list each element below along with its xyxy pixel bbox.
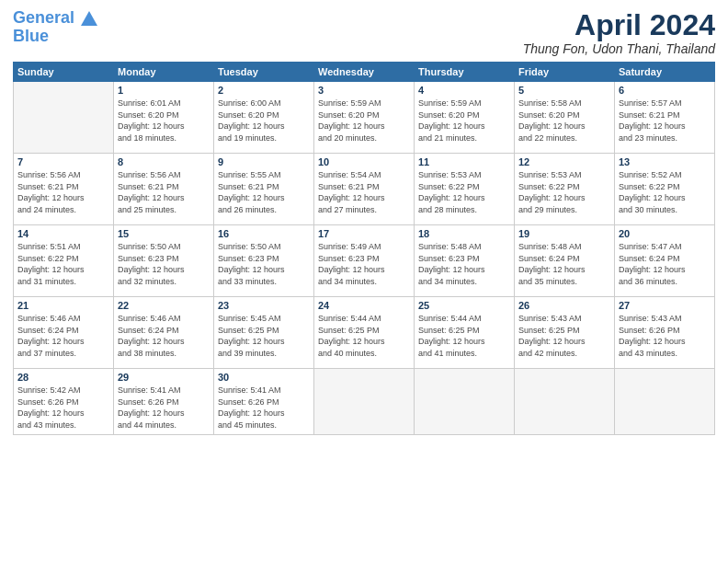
day-info: Sunrise: 5:45 AMSunset: 6:25 PMDaylight:… xyxy=(218,313,310,359)
weekday-header-friday: Friday xyxy=(515,63,615,82)
calendar-cell: 24 Sunrise: 5:44 AMSunset: 6:25 PMDaylig… xyxy=(314,297,415,369)
day-info: Sunrise: 5:50 AMSunset: 6:23 PMDaylight:… xyxy=(218,241,310,287)
day-info: Sunrise: 5:58 AMSunset: 6:20 PMDaylight:… xyxy=(518,98,610,144)
day-number: 16 xyxy=(218,228,310,239)
day-number: 2 xyxy=(218,85,310,96)
svg-marker-0 xyxy=(81,11,97,26)
calendar-cell xyxy=(615,369,715,434)
day-number: 22 xyxy=(118,300,210,311)
weekday-header-tuesday: Tuesday xyxy=(214,63,314,82)
title-block: April 2024 Thung Fon, Udon Thani, Thaila… xyxy=(523,9,715,56)
day-info: Sunrise: 6:00 AMSunset: 6:20 PMDaylight:… xyxy=(218,98,310,144)
day-number: 13 xyxy=(619,156,711,167)
calendar-cell xyxy=(415,369,515,434)
calendar-cell: 14 Sunrise: 5:51 AMSunset: 6:22 PMDaylig… xyxy=(14,225,114,297)
day-number: 19 xyxy=(518,228,610,239)
day-info: Sunrise: 5:56 AMSunset: 6:21 PMDaylight:… xyxy=(118,169,210,215)
calendar-cell: 10 Sunrise: 5:54 AMSunset: 6:21 PMDaylig… xyxy=(314,154,415,225)
month-title: April 2024 xyxy=(523,9,715,41)
weekday-header-sunday: Sunday xyxy=(14,63,114,82)
calendar-cell: 6 Sunrise: 5:57 AMSunset: 6:21 PMDayligh… xyxy=(615,82,715,154)
day-number: 8 xyxy=(118,156,210,167)
day-info: Sunrise: 5:47 AMSunset: 6:24 PMDaylight:… xyxy=(619,241,711,287)
calendar-cell: 29 Sunrise: 5:41 AMSunset: 6:26 PMDaylig… xyxy=(114,369,214,434)
day-info: Sunrise: 5:50 AMSunset: 6:23 PMDaylight:… xyxy=(118,241,210,287)
calendar-cell: 15 Sunrise: 5:50 AMSunset: 6:23 PMDaylig… xyxy=(114,225,214,297)
calendar-cell: 21 Sunrise: 5:46 AMSunset: 6:24 PMDaylig… xyxy=(14,297,114,369)
location-title: Thung Fon, Udon Thani, Thailand xyxy=(523,41,715,56)
calendar-week-row: 21 Sunrise: 5:46 AMSunset: 6:24 PMDaylig… xyxy=(14,297,715,369)
weekday-header-saturday: Saturday xyxy=(615,63,715,82)
main-container: General Blue April 2024 Thung Fon, Udon … xyxy=(0,0,728,444)
day-info: Sunrise: 5:49 AMSunset: 6:23 PMDaylight:… xyxy=(318,241,410,287)
calendar-cell xyxy=(314,369,415,434)
day-number: 5 xyxy=(518,85,610,96)
day-info: Sunrise: 5:41 AMSunset: 6:26 PMDaylight:… xyxy=(118,385,210,431)
calendar-cell: 17 Sunrise: 5:49 AMSunset: 6:23 PMDaylig… xyxy=(314,225,415,297)
day-info: Sunrise: 5:43 AMSunset: 6:25 PMDaylight:… xyxy=(518,313,610,359)
day-number: 29 xyxy=(118,372,210,383)
logo: General Blue xyxy=(13,9,97,44)
day-info: Sunrise: 5:53 AMSunset: 6:22 PMDaylight:… xyxy=(518,169,610,215)
day-number: 1 xyxy=(118,85,210,96)
day-number: 14 xyxy=(17,228,109,239)
day-number: 27 xyxy=(619,300,711,311)
logo-text: General xyxy=(13,9,97,28)
calendar-cell: 25 Sunrise: 5:44 AMSunset: 6:25 PMDaylig… xyxy=(415,297,515,369)
weekday-header-thursday: Thursday xyxy=(415,63,515,82)
day-info: Sunrise: 5:46 AMSunset: 6:24 PMDaylight:… xyxy=(118,313,210,359)
calendar-week-row: 14 Sunrise: 5:51 AMSunset: 6:22 PMDaylig… xyxy=(14,225,715,297)
day-info: Sunrise: 5:59 AMSunset: 6:20 PMDaylight:… xyxy=(418,98,510,144)
weekday-header-wednesday: Wednesday xyxy=(314,63,415,82)
day-number: 12 xyxy=(518,156,610,167)
day-info: Sunrise: 5:51 AMSunset: 6:22 PMDaylight:… xyxy=(17,241,109,287)
day-number: 30 xyxy=(218,372,310,383)
calendar-cell: 30 Sunrise: 5:41 AMSunset: 6:26 PMDaylig… xyxy=(214,369,314,434)
day-number: 18 xyxy=(418,228,510,239)
day-number: 10 xyxy=(318,156,410,167)
calendar-cell: 12 Sunrise: 5:53 AMSunset: 6:22 PMDaylig… xyxy=(515,154,615,225)
calendar-week-row: 1 Sunrise: 6:01 AMSunset: 6:20 PMDayligh… xyxy=(14,82,715,154)
calendar-cell: 23 Sunrise: 5:45 AMSunset: 6:25 PMDaylig… xyxy=(214,297,314,369)
calendar-cell: 2 Sunrise: 6:00 AMSunset: 6:20 PMDayligh… xyxy=(214,82,314,154)
day-number: 21 xyxy=(17,300,109,311)
calendar-cell: 4 Sunrise: 5:59 AMSunset: 6:20 PMDayligh… xyxy=(415,82,515,154)
calendar-cell: 3 Sunrise: 5:59 AMSunset: 6:20 PMDayligh… xyxy=(314,82,415,154)
calendar-cell: 27 Sunrise: 5:43 AMSunset: 6:26 PMDaylig… xyxy=(615,297,715,369)
day-info: Sunrise: 5:53 AMSunset: 6:22 PMDaylight:… xyxy=(418,169,510,215)
calendar-table: SundayMondayTuesdayWednesdayThursdayFrid… xyxy=(13,62,715,434)
day-number: 3 xyxy=(318,85,410,96)
logo-icon xyxy=(81,10,97,27)
calendar-cell: 26 Sunrise: 5:43 AMSunset: 6:25 PMDaylig… xyxy=(515,297,615,369)
day-info: Sunrise: 5:43 AMSunset: 6:26 PMDaylight:… xyxy=(619,313,711,359)
calendar-cell: 28 Sunrise: 5:42 AMSunset: 6:26 PMDaylig… xyxy=(14,369,114,434)
day-info: Sunrise: 5:56 AMSunset: 6:21 PMDaylight:… xyxy=(17,169,109,215)
day-number: 17 xyxy=(318,228,410,239)
calendar-week-row: 7 Sunrise: 5:56 AMSunset: 6:21 PMDayligh… xyxy=(14,154,715,225)
day-info: Sunrise: 5:44 AMSunset: 6:25 PMDaylight:… xyxy=(318,313,410,359)
day-info: Sunrise: 5:48 AMSunset: 6:23 PMDaylight:… xyxy=(418,241,510,287)
calendar-week-row: 28 Sunrise: 5:42 AMSunset: 6:26 PMDaylig… xyxy=(14,369,715,434)
day-number: 4 xyxy=(418,85,510,96)
day-info: Sunrise: 6:01 AMSunset: 6:20 PMDaylight:… xyxy=(118,98,210,144)
calendar-cell: 22 Sunrise: 5:46 AMSunset: 6:24 PMDaylig… xyxy=(114,297,214,369)
day-info: Sunrise: 5:48 AMSunset: 6:24 PMDaylight:… xyxy=(518,241,610,287)
calendar-cell: 1 Sunrise: 6:01 AMSunset: 6:20 PMDayligh… xyxy=(114,82,214,154)
calendar-cell: 16 Sunrise: 5:50 AMSunset: 6:23 PMDaylig… xyxy=(214,225,314,297)
day-info: Sunrise: 5:52 AMSunset: 6:22 PMDaylight:… xyxy=(619,169,711,215)
day-info: Sunrise: 5:46 AMSunset: 6:24 PMDaylight:… xyxy=(17,313,109,359)
day-number: 20 xyxy=(619,228,711,239)
day-number: 24 xyxy=(318,300,410,311)
calendar-cell: 5 Sunrise: 5:58 AMSunset: 6:20 PMDayligh… xyxy=(515,82,615,154)
calendar-cell: 19 Sunrise: 5:48 AMSunset: 6:24 PMDaylig… xyxy=(515,225,615,297)
calendar-cell: 20 Sunrise: 5:47 AMSunset: 6:24 PMDaylig… xyxy=(615,225,715,297)
calendar-cell: 18 Sunrise: 5:48 AMSunset: 6:23 PMDaylig… xyxy=(415,225,515,297)
day-info: Sunrise: 5:54 AMSunset: 6:21 PMDaylight:… xyxy=(318,169,410,215)
calendar-cell xyxy=(515,369,615,434)
day-info: Sunrise: 5:41 AMSunset: 6:26 PMDaylight:… xyxy=(218,385,310,431)
day-number: 7 xyxy=(17,156,109,167)
logo-general: General xyxy=(13,8,74,27)
day-number: 23 xyxy=(218,300,310,311)
day-number: 25 xyxy=(418,300,510,311)
day-info: Sunrise: 5:42 AMSunset: 6:26 PMDaylight:… xyxy=(17,385,109,431)
